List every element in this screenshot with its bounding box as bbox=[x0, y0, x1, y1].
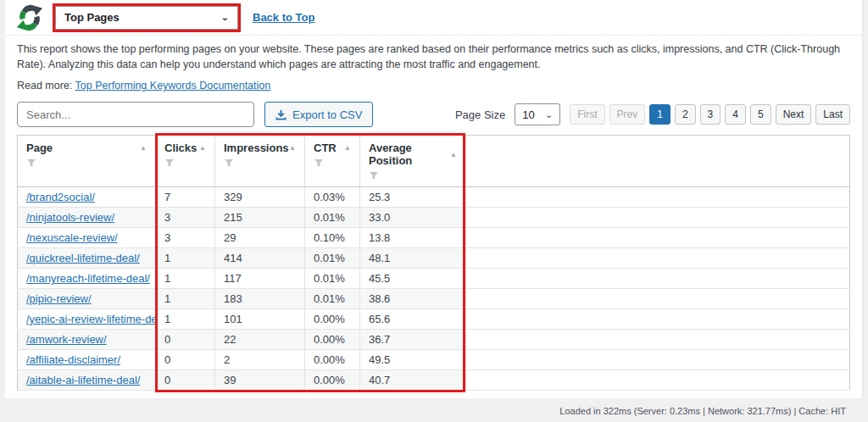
ctr-cell: 0.10% bbox=[305, 228, 360, 248]
impressions-cell: 22 bbox=[215, 330, 305, 350]
clicks-cell: 1 bbox=[156, 269, 215, 289]
column-header-page[interactable]: Page▲ bbox=[18, 136, 156, 187]
sort-asc-icon: ▲ bbox=[140, 144, 147, 152]
clicks-cell: 3 bbox=[156, 228, 215, 248]
impressions-cell: 29 bbox=[215, 228, 305, 248]
impressions-cell: 215 bbox=[215, 208, 305, 228]
impressions-cell: 414 bbox=[215, 248, 305, 269]
page-link[interactable]: /brand2social/ bbox=[26, 191, 95, 203]
impressions-cell: 39 bbox=[215, 370, 305, 391]
pagination-page-2-button[interactable]: 2 bbox=[675, 104, 696, 125]
ctr-cell: 0.01% bbox=[305, 269, 360, 289]
column-label: Impressions bbox=[224, 142, 289, 154]
pagination-page-3-button[interactable]: 3 bbox=[700, 104, 721, 125]
impressions-cell: 117 bbox=[215, 269, 305, 289]
clicks-cell: 0 bbox=[156, 330, 215, 350]
column-header-impressions[interactable]: Impressions▲ bbox=[215, 136, 305, 187]
export-csv-button[interactable]: Export to CSV bbox=[264, 102, 373, 127]
report-selector-value: Top Pages bbox=[64, 11, 120, 24]
clicks-cell: 1 bbox=[156, 289, 215, 309]
filter-icon[interactable] bbox=[224, 158, 234, 167]
avg-position-cell: 13.8 bbox=[360, 228, 466, 248]
ctr-cell: 0.00% bbox=[305, 330, 360, 350]
sort-asc-icon: ▲ bbox=[199, 144, 206, 152]
column-header-filler bbox=[466, 136, 850, 187]
report-selector[interactable]: Top Pages ⌄ bbox=[55, 6, 238, 30]
page-size-label: Page Size bbox=[455, 108, 505, 121]
avg-position-cell: 49.5 bbox=[360, 350, 466, 370]
page-link[interactable]: /amwork-review/ bbox=[26, 333, 107, 346]
ctr-cell: 0.03% bbox=[305, 187, 360, 208]
pagination-page-1-button[interactable]: 1 bbox=[649, 104, 670, 125]
filter-icon[interactable] bbox=[164, 158, 175, 167]
column-label: Clicks bbox=[164, 142, 197, 154]
pagination-prev-button[interactable]: Prev bbox=[609, 104, 646, 125]
read-more-line: Read more: Top Performing Keywords Docum… bbox=[5, 80, 862, 92]
page-link[interactable]: /affiliate-disclaimer/ bbox=[26, 353, 120, 366]
pages-table: Page▲ Clicks▲ Impressions▲ CTR▲ bbox=[17, 135, 850, 391]
filter-icon[interactable] bbox=[369, 171, 379, 180]
page-link[interactable]: /yepic-ai-review-lifetime-deal/ bbox=[26, 313, 156, 325]
impressions-cell: 2 bbox=[215, 350, 305, 370]
pagination-next-button[interactable]: Next bbox=[776, 104, 812, 125]
export-csv-label: Export to CSV bbox=[292, 108, 362, 121]
avg-position-cell: 38.6 bbox=[360, 289, 466, 309]
sort-asc-icon: ▲ bbox=[289, 144, 296, 152]
column-header-clicks[interactable]: Clicks▲ bbox=[156, 136, 215, 187]
impressions-cell: 183 bbox=[215, 289, 305, 309]
clicks-cell: 3 bbox=[156, 208, 215, 228]
column-label: CTR bbox=[314, 142, 337, 154]
table-row: /pipio-review/ 1 183 0.01% 38.6 bbox=[18, 289, 850, 309]
table-row: /manyreach-lifetime-deal/ 1 117 0.01% 45… bbox=[18, 269, 850, 289]
avg-position-cell: 48.1 bbox=[360, 248, 466, 269]
page-link[interactable]: /quickreel-lifetime-deal/ bbox=[26, 252, 140, 264]
annotation-box-selector: Top Pages ⌄ bbox=[53, 3, 241, 32]
read-more-prefix: Read more: bbox=[17, 80, 75, 92]
pagination-page-4-button[interactable]: 4 bbox=[725, 104, 746, 125]
search-input[interactable] bbox=[17, 102, 254, 127]
documentation-link[interactable]: Top Performing Keywords Documentation bbox=[75, 80, 271, 92]
pagination-last-button[interactable]: Last bbox=[815, 104, 850, 125]
download-icon bbox=[275, 109, 287, 120]
table-toolbar: Export to CSV Page Size 10 ⌄ First Prev … bbox=[17, 102, 850, 127]
table-row: /nexuscale-review/ 3 29 0.10% 13.8 bbox=[18, 228, 850, 248]
clicks-cell: 1 bbox=[156, 248, 215, 269]
clicks-cell: 7 bbox=[156, 187, 215, 208]
table-row: /yepic-ai-review-lifetime-deal/ 1 101 0.… bbox=[18, 309, 850, 330]
load-time-status: Loaded in 322ms (Server: 0.23ms | Networ… bbox=[559, 406, 846, 416]
column-label: Page bbox=[26, 142, 53, 154]
ctr-cell: 0.00% bbox=[305, 309, 360, 330]
avg-position-cell: 33.0 bbox=[360, 208, 466, 228]
column-header-ctr[interactable]: CTR▲ bbox=[305, 136, 360, 187]
impressions-cell: 101 bbox=[215, 309, 305, 330]
page-link[interactable]: /aitable-ai-lifetime-deal/ bbox=[26, 374, 140, 386]
pages-table-wrap: Page▲ Clicks▲ Impressions▲ CTR▲ bbox=[17, 135, 850, 391]
page-link[interactable]: /ninjatools-review/ bbox=[26, 211, 114, 224]
page-link[interactable]: /manyreach-lifetime-deal/ bbox=[26, 272, 150, 285]
clicks-cell: 0 bbox=[156, 350, 215, 370]
page-link[interactable]: /nexuscale-review/ bbox=[26, 231, 118, 244]
page-link[interactable]: /pipio-review/ bbox=[26, 292, 92, 305]
clicks-cell: 1 bbox=[156, 309, 215, 330]
table-row: /brand2social/ 7 329 0.03% 25.3 bbox=[18, 187, 850, 208]
back-to-top-link[interactable]: Back to Top bbox=[253, 11, 314, 24]
chevron-down-icon: ⌄ bbox=[221, 13, 229, 22]
column-header-average-position[interactable]: Average Position▲ bbox=[360, 136, 466, 187]
pagination-first-button[interactable]: First bbox=[570, 104, 604, 125]
filter-icon[interactable] bbox=[314, 158, 324, 167]
table-row: /quickreel-lifetime-deal/ 1 414 0.01% 48… bbox=[18, 248, 850, 269]
pagination-controls: Page Size 10 ⌄ First Prev 1 2 3 4 5 Next… bbox=[455, 103, 850, 125]
pagination-page-5-button[interactable]: 5 bbox=[750, 104, 771, 125]
avg-position-cell: 45.5 bbox=[360, 269, 466, 289]
chevron-down-icon: ⌄ bbox=[545, 110, 553, 119]
table-row: /ninjatools-review/ 3 215 0.01% 33.0 bbox=[18, 208, 850, 228]
sort-asc-icon: ▲ bbox=[344, 144, 351, 152]
ctr-cell: 0.00% bbox=[305, 370, 360, 391]
table-row: /affiliate-disclaimer/ 0 2 0.00% 49.5 bbox=[18, 350, 850, 370]
filter-icon[interactable] bbox=[26, 158, 36, 167]
report-description: This report shows the top performing pag… bbox=[5, 36, 862, 72]
clicks-cell: 0 bbox=[156, 370, 215, 391]
page-size-select[interactable]: 10 ⌄ bbox=[515, 103, 560, 125]
avg-position-cell: 40.7 bbox=[360, 370, 466, 391]
page-size-value: 10 bbox=[522, 108, 534, 121]
